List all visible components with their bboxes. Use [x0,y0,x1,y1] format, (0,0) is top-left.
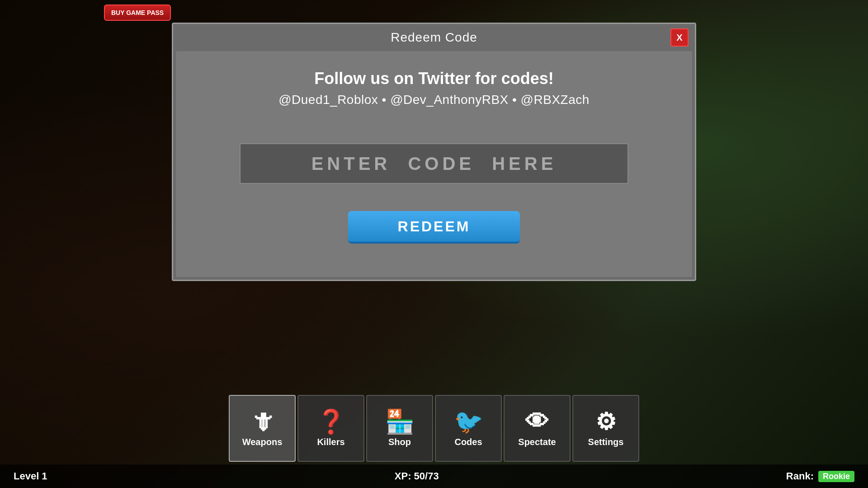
hotbar-label-shop: Shop [388,437,411,447]
hotbar-item-spectate[interactable]: 👁 Spectate [504,395,571,462]
rank-badge: Rookie [818,471,854,482]
hotbar: 🗡 Weapons ❓ Killers 🏪 Shop 🐦 Codes 👁 Spe… [0,390,868,465]
killers-icon: ❓ [316,410,346,433]
codes-icon: 🐦 [454,410,483,433]
rank-display: Rank: Rookie [786,470,854,482]
rank-label: Rank: [786,470,814,482]
weapons-icon: 🗡 [250,410,274,433]
modal-body: Follow us on Twitter for codes! @Dued1_R… [176,51,692,277]
modal-titlebar: Redeem Code X [173,24,695,51]
hotbar-item-killers[interactable]: ❓ Killers [297,395,364,462]
redeem-code-modal: Redeem Code X Follow us on Twitter for c… [172,23,696,281]
hotbar-label-weapons: Weapons [242,437,283,447]
spectate-icon: 👁 [525,410,549,433]
code-input[interactable] [240,143,628,184]
redeem-button[interactable]: REDEEM [348,211,520,244]
level-display: Level 1 [14,470,47,482]
buy-gamepass-button[interactable]: BUY GAME PASS [104,5,171,21]
hotbar-label-settings: Settings [588,437,624,447]
bottom-hud: 🗡 Weapons ❓ Killers 🏪 Shop 🐦 Codes 👁 Spe… [0,390,868,488]
status-bar: Level 1 XP: 50/73 Rank: Rookie [0,465,868,488]
promo-main-text: Follow us on Twitter for codes! [278,69,590,88]
hotbar-label-codes: Codes [454,437,482,447]
modal-title: Redeem Code [391,30,477,45]
shop-icon: 🏪 [385,410,415,433]
promo-handles-text: @Dued1_Roblox • @Dev_AnthonyRBX • @RBXZa… [278,93,590,107]
xp-display: XP: 50/73 [395,470,439,482]
settings-icon: ⚙ [595,410,617,433]
hotbar-label-spectate: Spectate [518,437,556,447]
hotbar-item-codes[interactable]: 🐦 Codes [435,395,502,462]
hotbar-item-weapons[interactable]: 🗡 Weapons [229,395,296,462]
hotbar-label-killers: Killers [317,437,344,447]
modal-close-button[interactable]: X [670,28,689,47]
hotbar-item-shop[interactable]: 🏪 Shop [366,395,433,462]
hotbar-item-settings[interactable]: ⚙ Settings [572,395,639,462]
twitter-promo: Follow us on Twitter for codes! @Dued1_R… [278,69,590,107]
